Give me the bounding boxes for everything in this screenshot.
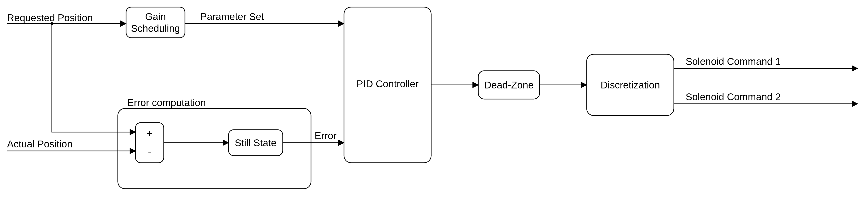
error-computation-label: Error computation (127, 97, 206, 108)
control-block-diagram: Requested Position Actual Position Gain … (0, 0, 868, 200)
gain-scheduling-text2: Scheduling (131, 23, 180, 34)
gain-scheduling-text1: Gain (145, 11, 166, 22)
error-signal-label: Error (314, 130, 337, 141)
dead-zone-label: Dead-Zone (484, 80, 534, 91)
discretization-label: Discretization (600, 80, 660, 91)
sum-minus-label: - (148, 147, 151, 158)
requested-position-label: Requested Position (7, 12, 93, 23)
solenoid-command-1-label: Solenoid Command 1 (686, 56, 781, 67)
sum-plus-label: + (147, 128, 153, 139)
still-state-label: Still State (235, 137, 276, 148)
parameter-set-label: Parameter Set (200, 11, 264, 22)
actual-position-label: Actual Position (7, 138, 72, 149)
solenoid-command-2-label: Solenoid Command 2 (686, 91, 781, 102)
pid-controller-label: PID Controller (356, 78, 419, 89)
